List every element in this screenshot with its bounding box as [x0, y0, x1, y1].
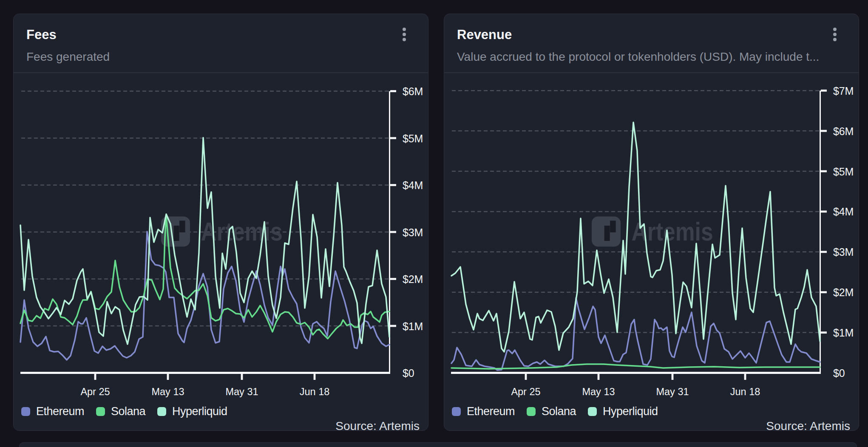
svg-text:$4M: $4M	[403, 179, 423, 191]
svg-text:Jun 18: Jun 18	[730, 386, 760, 397]
svg-text:Apr 25: Apr 25	[511, 386, 540, 397]
svg-text:$7M: $7M	[833, 85, 854, 97]
svg-text:$6M: $6M	[403, 85, 423, 97]
svg-text:$2M: $2M	[403, 273, 423, 285]
svg-text:$3M: $3M	[833, 246, 854, 258]
svg-text:Jun 18: Jun 18	[300, 386, 330, 397]
svg-text:Ethereum: Ethereum	[467, 405, 515, 418]
svg-text:$5M: $5M	[403, 133, 423, 144]
svg-text:$4M: $4M	[833, 206, 854, 218]
svg-text:Artemis: Artemis	[632, 217, 713, 246]
svg-text:May 31: May 31	[656, 386, 689, 397]
svg-text:May 13: May 13	[151, 386, 184, 397]
svg-text:$0: $0	[403, 367, 414, 379]
svg-text:Solana: Solana	[542, 405, 577, 418]
svg-text:Ethereum: Ethereum	[36, 405, 84, 418]
svg-text:May 31: May 31	[225, 386, 258, 397]
svg-text:$0: $0	[833, 367, 845, 379]
svg-text:$3M: $3M	[403, 226, 423, 238]
svg-text:$1M: $1M	[833, 327, 854, 339]
svg-text:$2M: $2M	[833, 286, 854, 298]
svg-text:$1M: $1M	[403, 320, 423, 332]
svg-text:$5M: $5M	[833, 166, 854, 178]
svg-text:$6M: $6M	[833, 125, 854, 137]
svg-text:Hyperliquid: Hyperliquid	[603, 405, 658, 418]
svg-text:Solana: Solana	[111, 405, 146, 418]
svg-text:May 13: May 13	[582, 386, 615, 397]
svg-text:Hyperliquid: Hyperliquid	[172, 405, 227, 418]
svg-text:Apr 25: Apr 25	[80, 386, 110, 397]
